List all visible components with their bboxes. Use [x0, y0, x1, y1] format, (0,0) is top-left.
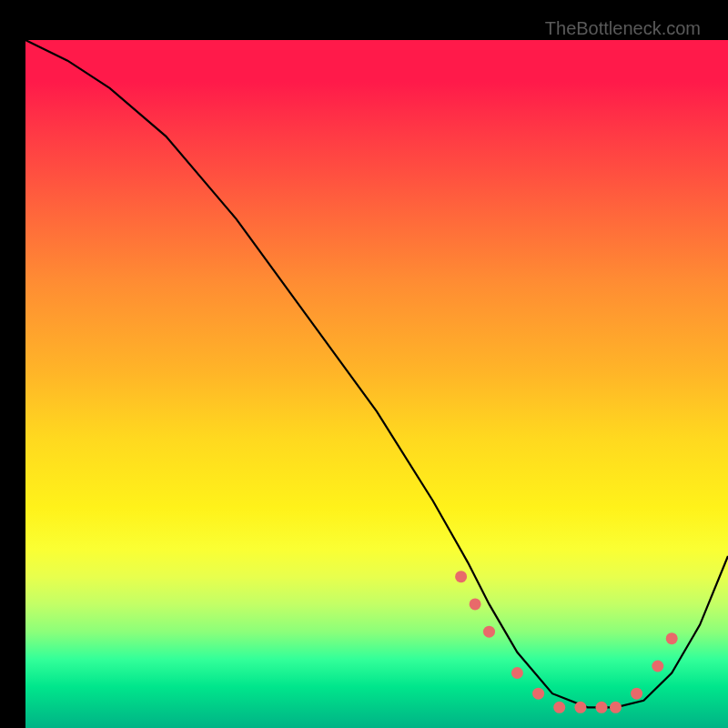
- watermark-text: TheBottleneck.com: [545, 18, 701, 39]
- chart-frame: TheBottleneck.com: [9, 9, 719, 719]
- marker-dot: [666, 632, 678, 644]
- marker-dot: [455, 571, 467, 582]
- highlight-markers: [455, 571, 678, 713]
- marker-dot: [532, 688, 544, 700]
- marker-dot: [596, 702, 608, 713]
- marker-dot: [652, 661, 663, 672]
- marker-dot: [553, 702, 565, 713]
- plot-area: [25, 40, 728, 728]
- curve-svg: [25, 40, 728, 728]
- marker-dot: [483, 626, 495, 638]
- marker-dot: [610, 702, 622, 713]
- marker-dot: [511, 667, 523, 679]
- marker-dot: [470, 598, 481, 610]
- marker-dot: [574, 702, 586, 713]
- bottleneck-curve: [25, 40, 728, 707]
- marker-dot: [631, 688, 642, 700]
